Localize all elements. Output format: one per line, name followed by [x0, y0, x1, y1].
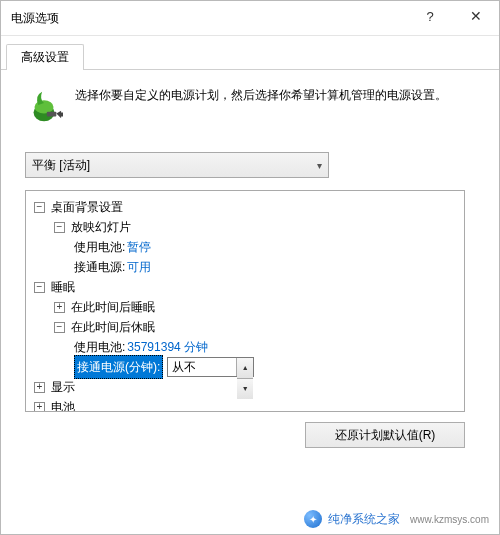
expand-icon[interactable]: +: [34, 402, 45, 413]
spinner-down-icon[interactable]: ▼: [237, 379, 253, 399]
node-label: 放映幻灯片: [71, 217, 131, 237]
close-button[interactable]: ✕: [453, 1, 499, 31]
tree-node-hibernate-on-battery[interactable]: 使用电池: 35791394 分钟: [30, 337, 460, 357]
tree-node-slideshow[interactable]: − 放映幻灯片: [30, 217, 460, 237]
tree-node-sleep[interactable]: − 睡眠: [30, 277, 460, 297]
node-value[interactable]: 35791394 分钟: [127, 337, 208, 357]
watermark: ✦ 纯净系统之家 www.kzmsys.com: [304, 510, 489, 528]
window-title: 电源选项: [11, 10, 59, 27]
node-label: 使用电池:: [74, 337, 125, 357]
collapse-icon[interactable]: −: [34, 282, 45, 293]
chevron-down-icon: ▾: [317, 160, 322, 171]
node-label: 在此时间后睡眠: [71, 297, 155, 317]
tree-node-hibernate-after[interactable]: − 在此时间后休眠: [30, 317, 460, 337]
node-label: 显示: [51, 377, 75, 397]
svg-point-1: [35, 100, 54, 113]
node-label: 睡眠: [51, 277, 75, 297]
window-controls: ? ✕: [407, 1, 499, 35]
node-value[interactable]: 可用: [127, 257, 151, 277]
collapse-icon[interactable]: −: [34, 202, 45, 213]
restore-defaults-button[interactable]: 还原计划默认值(R): [305, 422, 465, 448]
help-button[interactable]: ?: [407, 1, 453, 31]
node-label-selected: 接通电源(分钟):: [74, 355, 163, 379]
collapse-icon[interactable]: −: [54, 222, 65, 233]
node-label: 接通电源:: [74, 257, 125, 277]
watermark-brand: 纯净系统之家: [328, 511, 400, 528]
settings-tree[interactable]: − 桌面背景设置 − 放映幻灯片 使用电池: 暂停 接通电源: 可用 − 睡眠 …: [25, 190, 465, 412]
spinner-up-icon[interactable]: ▲: [237, 358, 253, 379]
tree-node-sleep-after[interactable]: + 在此时间后睡眠: [30, 297, 460, 317]
tree-node-slideshow-plugged-in[interactable]: 接通电源: 可用: [30, 257, 460, 277]
minutes-spinner[interactable]: ▲ ▼: [167, 357, 254, 377]
tree-node-desktop-background[interactable]: − 桌面背景设置: [30, 197, 460, 217]
power-plan-selected: 平衡 [活动]: [32, 157, 90, 174]
collapse-icon[interactable]: −: [54, 322, 65, 333]
tab-advanced[interactable]: 高级设置: [6, 44, 84, 70]
node-label: 在此时间后休眠: [71, 317, 155, 337]
intro-text: 选择你要自定义的电源计划，然后选择你希望计算机管理的电源设置。: [75, 86, 447, 105]
power-plan-icon: [25, 86, 63, 124]
minutes-input[interactable]: [168, 359, 236, 375]
node-label: 桌面背景设置: [51, 197, 123, 217]
watermark-url: www.kzmsys.com: [410, 514, 489, 525]
advanced-panel: 选择你要自定义的电源计划，然后选择你希望计算机管理的电源设置。 平衡 [活动] …: [1, 70, 499, 448]
watermark-logo-icon: ✦: [304, 510, 322, 528]
power-options-dialog: 电源选项 ? ✕ 高级设置 选择你要自定义的电源计划，然后选择你希望计算机管理的…: [0, 0, 500, 535]
tree-node-slideshow-on-battery[interactable]: 使用电池: 暂停: [30, 237, 460, 257]
title-bar: 电源选项 ? ✕: [1, 1, 499, 36]
expand-icon[interactable]: +: [54, 302, 65, 313]
svg-rect-2: [47, 112, 57, 117]
intro-row: 选择你要自定义的电源计划，然后选择你希望计算机管理的电源设置。: [25, 86, 475, 124]
tree-node-hibernate-plugged-in[interactable]: 接通电源(分钟): ▲ ▼: [30, 357, 460, 377]
tab-strip: 高级设置: [1, 42, 499, 70]
expand-icon[interactable]: +: [34, 382, 45, 393]
node-value[interactable]: 暂停: [127, 237, 151, 257]
node-label: 电池: [51, 397, 75, 412]
node-label: 使用电池:: [74, 237, 125, 257]
spinner-buttons: ▲ ▼: [236, 358, 253, 376]
tree-node-battery[interactable]: + 电池: [30, 397, 460, 412]
restore-row: 还原计划默认值(R): [25, 422, 465, 448]
power-plan-dropdown[interactable]: 平衡 [活动] ▾: [25, 152, 329, 178]
